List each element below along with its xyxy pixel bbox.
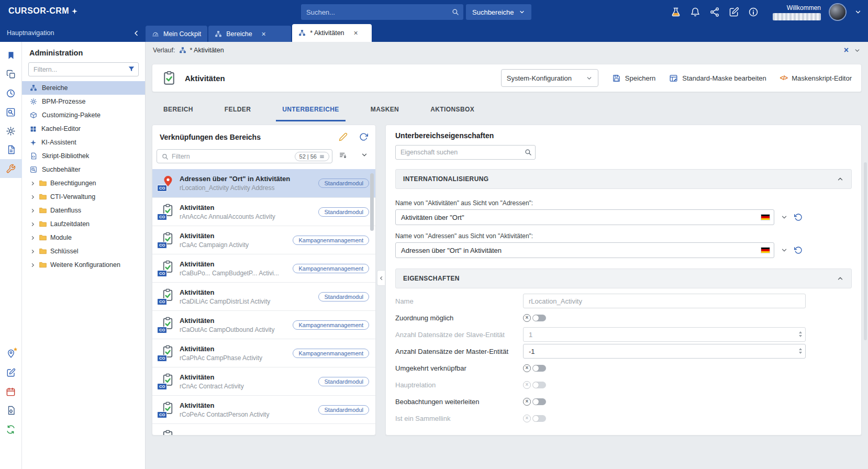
tab-unterbereiche[interactable]: UNTERBEREICHE — [276, 103, 346, 121]
umgekehrt-verknuepfbar-toggle[interactable]: × — [523, 364, 546, 372]
tab-masken[interactable]: MASKEN — [364, 103, 405, 121]
sidebar-folder-schluessel[interactable]: Schlüssel — [22, 244, 145, 258]
beaker-icon[interactable] — [671, 7, 681, 17]
tab-bereich[interactable]: BEREICH — [157, 103, 199, 121]
close-tab-icon[interactable]: × — [262, 30, 266, 38]
sidebar-folder-berechtigungen[interactable]: Berechtigungen — [22, 176, 145, 190]
edit-pencil-icon[interactable] — [339, 132, 348, 141]
settings-gear-rail-item[interactable] — [0, 121, 22, 140]
list-item[interactable]: CO AktivitätenrCaPhAc CampPhase Activity… — [152, 339, 375, 367]
sidebar-item-kachel-editor[interactable]: Kachel-Editor — [22, 122, 145, 136]
sidebar-item-suchbehaelter[interactable]: Suchbehälter — [22, 163, 145, 176]
sidebar-item-bereiche[interactable]: Bereiche — [22, 81, 145, 95]
global-search-input[interactable] — [301, 4, 463, 20]
sync-rail-item[interactable] — [0, 420, 22, 439]
user-menu-chevron-icon[interactable] — [854, 8, 862, 16]
list-item[interactable] — [152, 423, 375, 435]
language-dropdown-chevron-icon[interactable] — [781, 247, 788, 254]
mask-script-editor-button[interactable]: </> Maskenskript-Editor — [780, 74, 852, 82]
search-rail-item[interactable] — [0, 103, 22, 121]
tab-aktivitaeten[interactable]: * Aktivitäten × — [292, 24, 372, 42]
list-item[interactable]: CO Adressen über "Ort" in AktivitätenrLo… — [152, 169, 375, 197]
property-search-input[interactable] — [395, 145, 536, 160]
undo-icon[interactable] — [794, 246, 803, 254]
collapse-panel-handle[interactable] — [377, 270, 385, 286]
history-rail-item[interactable] — [0, 84, 22, 103]
search-scope-button[interactable]: Suchbereiche — [466, 4, 531, 20]
document-settings-rail-item[interactable] — [0, 401, 22, 420]
edit-window-icon[interactable] — [729, 7, 739, 17]
tab-strip: Hauptnavigation Mein Cockpit Bereiche × … — [0, 24, 868, 42]
collapse-navigation-icon[interactable] — [132, 29, 140, 37]
property-search — [395, 145, 536, 160]
undo-icon[interactable] — [794, 213, 803, 221]
number-stepper-icon[interactable] — [799, 331, 802, 337]
notifications-bell-icon[interactable] — [690, 7, 700, 17]
welcome-label: Willkommen — [773, 4, 821, 12]
bookmarks-rail-item[interactable] — [0, 46, 22, 65]
tab-felder[interactable]: FELDER — [218, 103, 257, 121]
sidebar-item-customizing-pakete[interactable]: Customizing-Pakete — [22, 108, 145, 122]
star-icon — [13, 347, 18, 352]
expand-options-chevron-icon[interactable] — [361, 151, 368, 159]
copy-pages-rail-item[interactable] — [0, 65, 22, 84]
tab-bereiche[interactable]: Bereiche × — [208, 26, 291, 42]
module-badge: Standardmodul — [318, 292, 369, 302]
list-item[interactable]: CO AktivitätenrAnAccAc AnnualAccounts Ac… — [152, 197, 375, 226]
avatar[interactable] — [830, 4, 845, 20]
expand-history-icon[interactable] — [854, 47, 861, 54]
intl-name-input-1[interactable] — [395, 209, 774, 225]
sidebar-filter-input[interactable] — [28, 62, 139, 76]
tab-aktionsbox[interactable]: AKTIONSBOX — [424, 103, 481, 121]
list-item[interactable]: CO AktivitätenrCaAc Campaign Activity Ka… — [152, 226, 375, 254]
sidebar-folder-laufzeitdaten[interactable]: Laufzeitdaten — [22, 217, 145, 231]
search-scope-label: Suchbereiche — [472, 8, 514, 16]
name-input[interactable] — [523, 294, 806, 308]
edit-standard-mask-button[interactable]: Standard-Maske bearbeiten — [669, 74, 766, 83]
sidebar-item-bpm-prozesse[interactable]: BPM-Prozesse — [22, 95, 145, 108]
german-flag-icon — [761, 214, 770, 220]
links-filter-input[interactable] — [169, 153, 295, 160]
configuration-select[interactable]: System-Konfiguration — [501, 69, 598, 87]
location-favorites-rail-item[interactable] — [0, 344, 22, 363]
number-stepper-icon[interactable] — [799, 348, 802, 354]
search-icon[interactable] — [451, 8, 459, 16]
sidebar-item-skript-bibliothek[interactable]: Skript-Bibliothek — [22, 149, 145, 163]
administration-wrench-rail-item[interactable] — [0, 159, 22, 178]
list-item[interactable]: CO AktivitätenrCoPeAc ContactPerson Acti… — [152, 395, 375, 423]
intl-name-input-2[interactable] — [395, 242, 774, 258]
reports-rail-item[interactable] — [0, 140, 22, 159]
sidebar-item-ki-assistent[interactable]: KI-Assistent — [22, 136, 145, 149]
sidebar-folder-cti-verwaltung[interactable]: CTI-Verwaltung — [22, 190, 145, 204]
list-scrollbar[interactable] — [370, 173, 374, 231]
list-item[interactable]: CO AktivitätenrCaOutAc CampOutbound Acti… — [152, 310, 375, 339]
share-icon[interactable] — [709, 7, 720, 17]
save-button[interactable]: Speichern — [612, 74, 656, 83]
tab-mein-cockpit[interactable]: Mein Cockpit — [146, 26, 207, 42]
close-tab-icon[interactable]: × — [354, 29, 358, 37]
main-scrollbar[interactable] — [864, 162, 867, 340]
breadcrumb-item-aktivitaeten[interactable]: * Aktivitäten — [179, 47, 224, 54]
list-item[interactable]: CO AktivitätenrCaDiLiAc CampDistrList Ac… — [152, 282, 375, 310]
close-view-icon[interactable]: × — [844, 46, 849, 54]
list-item[interactable]: CO AktivitätenrCaBuPo... CampBudgetP... … — [152, 254, 375, 282]
sidebar-folder-datenfluss[interactable]: Datenfluss — [22, 204, 145, 217]
filter-funnel-icon[interactable] — [128, 65, 135, 73]
section-eigenschaften[interactable]: EIGENSCHAFTEN — [395, 269, 852, 288]
folder-icon — [39, 247, 47, 255]
zuordnung-moeglich-toggle[interactable]: × — [523, 314, 546, 322]
refresh-icon[interactable] — [359, 132, 368, 141]
language-dropdown-chevron-icon[interactable] — [781, 214, 788, 221]
sidebar-folder-module[interactable]: Module — [22, 231, 145, 244]
sort-icon[interactable] — [339, 150, 347, 159]
master-count-input[interactable] — [523, 344, 806, 359]
notes-rail-item[interactable] — [0, 363, 22, 382]
beobachtungen-weiterleiten-toggle[interactable]: × — [523, 398, 546, 406]
slave-count-input[interactable] — [523, 327, 806, 342]
list-item[interactable]: CO AktivitätenrCnAc Contract Activity St… — [152, 367, 375, 395]
sidebar-folder-weitere-konfigurationen[interactable]: Weitere Konfigurationen — [22, 258, 145, 272]
info-icon[interactable] — [748, 7, 759, 17]
links-panel-title: Verknüpfungen des Bereichs — [160, 133, 261, 141]
section-internationalisierung[interactable]: INTERNATIONALISIERUNG — [395, 169, 852, 189]
calendar-rail-item[interactable] — [0, 382, 22, 401]
